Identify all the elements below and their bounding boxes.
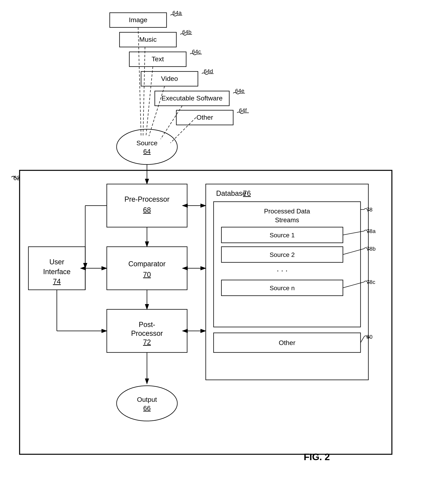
fig-label: FIG. 2 [304,452,330,462]
svg-text:·  ·  ·: · · · [277,266,288,275]
svg-text:78b: 78b [366,246,376,252]
svg-text:78a: 78a [366,228,376,234]
svg-text:64: 64 [143,148,151,155]
svg-text:Text: Text [152,55,164,63]
svg-point-28 [117,129,177,164]
svg-text:Streams: Streams [275,216,299,224]
svg-text:Executable Software: Executable Software [161,94,223,102]
svg-text:Processor: Processor [131,329,163,337]
svg-text:74: 74 [53,277,61,286]
svg-text:70: 70 [143,271,151,279]
svg-text:64a: 64a [173,10,182,16]
svg-text:78c: 78c [366,279,375,285]
svg-text:64c: 64c [192,49,201,55]
svg-text:Source 1: Source 1 [270,232,295,239]
svg-text:Music: Music [139,36,157,43]
svg-rect-44 [107,247,187,290]
svg-text:Source: Source [136,139,158,147]
svg-text:Video: Video [161,75,178,82]
svg-text:Database: Database [216,189,246,197]
svg-text:Other: Other [279,339,295,346]
svg-text:Output: Output [137,396,157,403]
svg-text:Interface: Interface [43,268,71,276]
svg-text:Processed Data: Processed Data [264,208,310,215]
svg-text:Post-: Post- [139,321,155,328]
svg-text:Image: Image [129,16,147,24]
svg-point-92 [117,386,177,421]
svg-text:Source n: Source n [270,284,295,292]
svg-text:Pre-Processor: Pre-Processor [124,195,169,203]
diagram-svg: Image 64a Music 64b Text 64c Video 64d E… [0,0,425,504]
svg-text:68: 68 [143,206,151,214]
diagram: Image 64a Music 64b Text 64c Video 64d E… [0,0,425,504]
svg-text:76: 76 [243,189,251,197]
svg-text:64b: 64b [182,29,192,35]
svg-rect-40 [107,184,187,227]
svg-text:66: 66 [143,404,151,412]
svg-text:User: User [49,258,64,266]
svg-text:Comparator: Comparator [128,260,166,268]
svg-text:64d: 64d [204,68,213,74]
svg-text:Source 2: Source 2 [270,251,295,258]
svg-text:Other: Other [196,114,213,121]
svg-text:72: 72 [143,338,151,346]
svg-text:64e: 64e [235,88,244,94]
